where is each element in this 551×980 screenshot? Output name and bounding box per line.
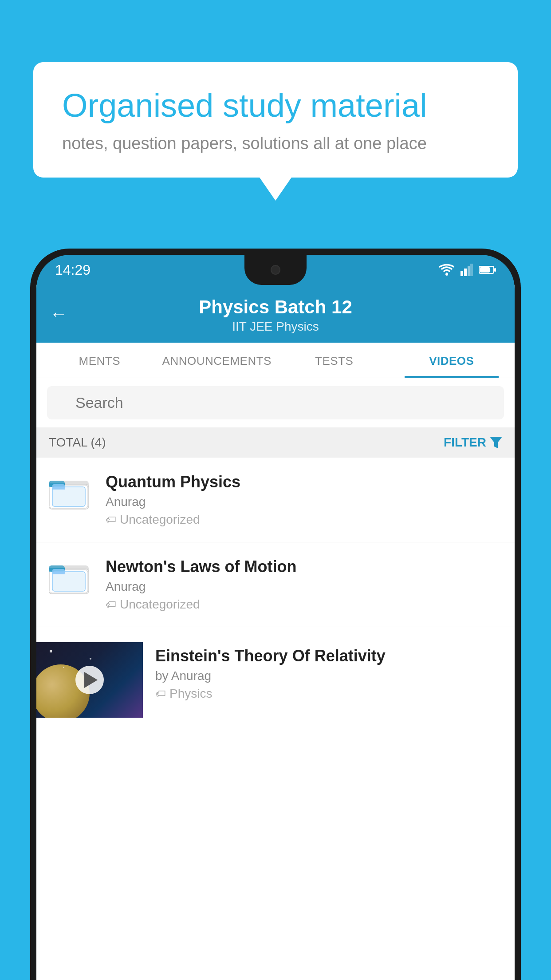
total-count: TOTAL (4) (49, 435, 106, 450)
star-2 (90, 658, 91, 660)
video-title-2: Newton's Laws of Motion (106, 557, 502, 576)
list-item[interactable]: Quantum Physics Anurag 🏷 Uncategorized (36, 458, 515, 542)
tab-tests[interactable]: TESTS (276, 343, 393, 378)
tag-row-2: 🏷 Uncategorized (106, 597, 502, 612)
page-subtitle: IIT JEE Physics (36, 320, 515, 334)
svg-rect-24 (52, 572, 65, 574)
folder-icon (49, 557, 89, 596)
svg-rect-22 (52, 572, 85, 591)
video-title-3: Einstein's Theory Of Relativity (155, 647, 490, 665)
status-time: 14:29 (55, 262, 91, 278)
svg-rect-7 (494, 268, 496, 272)
camera-dot (271, 265, 280, 275)
svg-point-0 (445, 273, 448, 276)
tag-icon-2: 🏷 (106, 598, 116, 611)
tab-bar: MENTS ANNOUNCEMENTS TESTS VIDEOS (36, 343, 515, 378)
speech-bubble-heading: Organised study material (62, 87, 489, 124)
star-3 (63, 667, 64, 668)
play-triangle (84, 672, 98, 688)
video-info-2: Newton's Laws of Motion Anurag 🏷 Uncateg… (106, 557, 502, 612)
filter-icon (490, 437, 502, 448)
folder-thumbnail-2 (49, 557, 93, 597)
speech-bubble: Organised study material notes, question… (33, 62, 518, 178)
folder-icon (49, 473, 89, 511)
speech-bubble-container: Organised study material notes, question… (33, 62, 518, 178)
list-item[interactable]: Einstein's Theory Of Relativity by Anura… (36, 627, 515, 733)
video-author-1: Anurag (106, 495, 502, 509)
star-1 (50, 650, 52, 652)
search-bar: 🔍 (36, 378, 515, 427)
svg-rect-6 (480, 267, 490, 273)
video-tag-1: Uncategorized (120, 513, 200, 527)
video-info-3: Einstein's Theory Of Relativity by Anura… (143, 642, 502, 705)
svg-rect-14 (52, 487, 85, 506)
tab-announcements[interactable]: ANNOUNCEMENTS (158, 343, 276, 378)
tag-icon-3: 🏷 (155, 688, 166, 700)
status-bar: 14:29 (36, 255, 515, 285)
notch (244, 255, 307, 285)
video-thumbnail-3 (36, 642, 143, 718)
svg-rect-1 (460, 271, 463, 276)
search-wrapper: 🔍 (47, 386, 504, 419)
play-button[interactable] (75, 666, 104, 694)
video-author-2: Anurag (106, 580, 502, 594)
svg-rect-2 (464, 269, 467, 276)
folder-thumbnail-1 (49, 473, 93, 513)
app-header: ← Physics Batch 12 IIT JEE Physics (36, 285, 515, 343)
signal-icon (460, 264, 473, 276)
tag-icon-1: 🏷 (106, 514, 116, 526)
tag-row-1: 🏷 Uncategorized (106, 513, 502, 527)
screen-content: ← Physics Batch 12 IIT JEE Physics MENTS… (36, 285, 515, 980)
tab-ments[interactable]: MENTS (41, 343, 158, 378)
svg-rect-4 (470, 264, 473, 276)
video-tag-3: Physics (169, 687, 212, 701)
battery-icon (479, 265, 496, 275)
phone-frame: 14:29 (30, 249, 521, 980)
phone-inner: 14:29 (36, 255, 515, 980)
tab-videos[interactable]: VIDEOS (393, 343, 511, 378)
svg-marker-8 (490, 437, 502, 448)
filter-button[interactable]: FILTER (444, 435, 502, 450)
filter-bar: TOTAL (4) FILTER (36, 427, 515, 458)
video-info-1: Quantum Physics Anurag 🏷 Uncategorized (106, 473, 502, 527)
video-author-3: by Anurag (155, 669, 490, 683)
page-title: Physics Batch 12 (36, 296, 515, 318)
tag-row-3: 🏷 Physics (155, 687, 490, 701)
wifi-icon (439, 264, 454, 276)
video-title-1: Quantum Physics (106, 473, 502, 491)
list-item[interactable]: Newton's Laws of Motion Anurag 🏷 Uncateg… (36, 542, 515, 627)
svg-rect-3 (468, 266, 470, 276)
speech-bubble-subtext: notes, question papers, solutions all at… (62, 134, 489, 153)
video-tag-2: Uncategorized (120, 597, 200, 612)
svg-rect-16 (52, 487, 65, 490)
back-button[interactable]: ← (50, 304, 67, 324)
status-icons (439, 264, 496, 276)
search-input[interactable] (47, 386, 504, 419)
